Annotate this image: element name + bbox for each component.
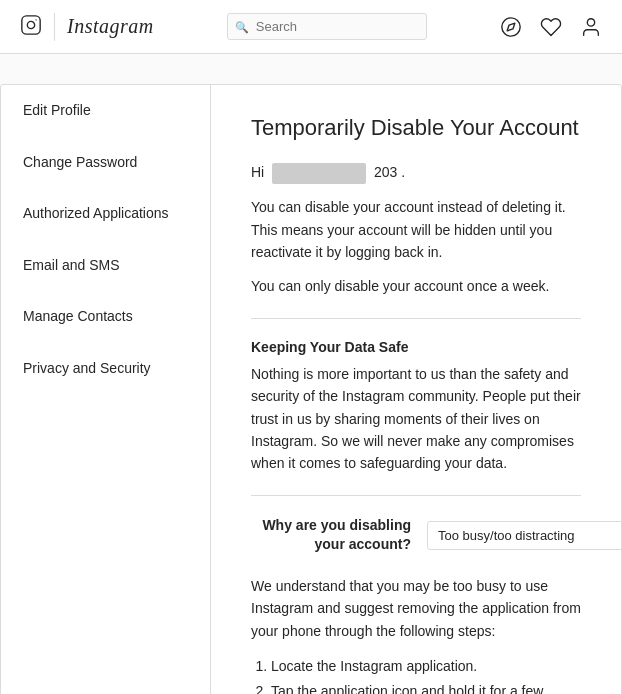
sidebar: Edit Profile Change Password Authorized …: [1, 85, 211, 694]
user-icon[interactable]: [580, 16, 602, 38]
greeting-prefix: Hi: [251, 164, 264, 180]
header: Instagram 🔍: [0, 0, 622, 54]
greeting-blurred: ────: [272, 163, 366, 184]
compass-icon[interactable]: [500, 16, 522, 38]
sidebar-item-change-password[interactable]: Change Password: [1, 137, 210, 189]
sidebar-item-privacy-security[interactable]: Privacy and Security: [1, 343, 210, 395]
header-divider: [54, 13, 55, 41]
divider2: [251, 495, 581, 496]
search-input[interactable]: [227, 13, 427, 40]
main-content: Temporarily Disable Your Account Hi ────…: [211, 85, 621, 694]
search-icon: 🔍: [235, 20, 249, 33]
divider1: [251, 318, 581, 319]
paragraph4: We understand that you may be too busy t…: [251, 575, 581, 642]
paragraph1: You can disable your account instead of …: [251, 196, 581, 263]
sidebar-item-email-sms[interactable]: Email and SMS: [1, 240, 210, 292]
steps-list: Locate the Instagram application. Tap th…: [271, 654, 581, 694]
header-nav-icons: [500, 16, 602, 38]
page-wrapper: Edit Profile Change Password Authorized …: [0, 84, 622, 694]
brand-name: Instagram: [67, 15, 154, 38]
sidebar-item-manage-contacts[interactable]: Manage Contacts: [1, 291, 210, 343]
step-1: Locate the Instagram application.: [271, 654, 581, 679]
svg-point-1: [27, 21, 34, 28]
greeting-suffix: 203 .: [374, 164, 405, 180]
heart-icon[interactable]: [540, 16, 562, 38]
svg-rect-0: [22, 16, 40, 34]
dropdown-label: Why are you disabling your account?: [251, 516, 411, 555]
instagram-logo-icon: [20, 14, 42, 39]
svg-point-3: [502, 17, 520, 35]
step-2: Tap the application icon and hold it for…: [271, 679, 581, 694]
select-wrap: Too busy/too distracting Privacy concern…: [427, 521, 621, 550]
svg-point-5: [587, 18, 594, 25]
svg-point-2: [35, 19, 36, 20]
svg-marker-4: [507, 23, 515, 31]
page-title: Temporarily Disable Your Account: [251, 115, 581, 141]
search-area: 🔍: [166, 13, 488, 40]
dropdown-row: Why are you disabling your account? Too …: [251, 516, 581, 555]
paragraph3: Nothing is more important to us than the…: [251, 363, 581, 475]
paragraph2: You can only disable your account once a…: [251, 275, 581, 297]
disable-reason-select[interactable]: Too busy/too distracting Privacy concern…: [427, 521, 621, 550]
greeting-paragraph: Hi ──── 203 .: [251, 161, 581, 184]
sidebar-item-edit-profile[interactable]: Edit Profile: [1, 85, 210, 137]
sidebar-item-authorized-apps[interactable]: Authorized Applications: [1, 188, 210, 240]
keeping-safe-title: Keeping Your Data Safe: [251, 339, 581, 355]
